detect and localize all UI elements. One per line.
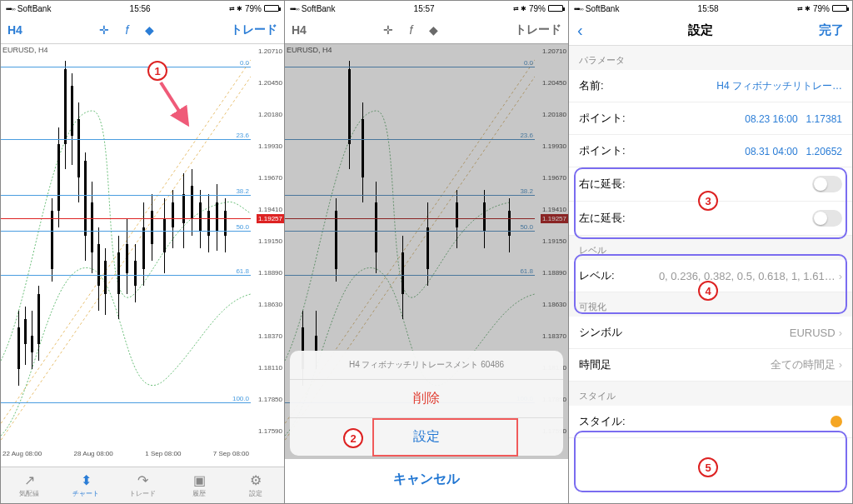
tab-2[interactable]: ↷トレード bbox=[114, 467, 171, 503]
chevron-right-icon: › bbox=[839, 270, 842, 282]
status-bar: SoftBank 15:58 ⇄ ✱79% bbox=[569, 1, 852, 16]
nav-bar: ‹ 設定 完了 bbox=[569, 16, 852, 46]
section-levels: レベル bbox=[569, 236, 852, 260]
symbol-row[interactable]: シンボル EURUSD› bbox=[569, 317, 852, 349]
status-bar: SoftBank 15:57 ⇄ ✱79% bbox=[285, 1, 568, 16]
tab-icon: ↷ bbox=[137, 472, 148, 488]
arrow-icon bbox=[159, 81, 192, 131]
chart-topbar: H4 ✛ f ◆ トレード bbox=[1, 16, 284, 44]
tab-icon: ▣ bbox=[193, 472, 206, 488]
tab-icon: ↗ bbox=[24, 472, 35, 488]
done-button[interactable]: 完了 bbox=[819, 22, 844, 38]
section-style: スタイル bbox=[569, 382, 852, 406]
chart-canvas[interactable]: EURUSD, H4 bbox=[1, 44, 284, 459]
extend-left-toggle[interactable] bbox=[812, 210, 842, 227]
function-icon[interactable]: f bbox=[126, 23, 129, 37]
tab-icon: ⚙ bbox=[250, 472, 262, 488]
point1-row[interactable]: ポイント: 08.23 16:001.17381 bbox=[569, 102, 852, 135]
tab-label: 設定 bbox=[249, 489, 262, 498]
tab-1[interactable]: ⬍チャート bbox=[57, 467, 114, 503]
annotation-2: 2 bbox=[343, 428, 363, 448]
delete-button[interactable]: 削除 bbox=[290, 380, 563, 418]
price-line bbox=[1, 218, 251, 219]
color-swatch-icon bbox=[831, 416, 842, 427]
tab-label: チャート bbox=[72, 489, 99, 498]
panel-chart-1: SoftBank 15:56 ⇄ ✱79% H4 ✛ f ◆ トレード EURU… bbox=[1, 1, 285, 503]
actionsheet-title: H4 フィボナッチリトレースメント 60486 bbox=[290, 351, 563, 380]
y-axis: 1.207101.204501.201801.199301.196701.194… bbox=[251, 44, 284, 459]
point2-row[interactable]: ポイント: 08.31 04:001.20652 bbox=[569, 135, 852, 167]
style-row[interactable]: スタイル: bbox=[569, 406, 852, 438]
cancel-button[interactable]: キャンセル bbox=[290, 461, 563, 498]
pair-label: EURUSD, H4 bbox=[2, 46, 48, 54]
panel-settings: SoftBank 15:58 ⇄ ✱79% ‹ 設定 完了 パラメータ 名前: … bbox=[569, 1, 852, 503]
tab-4[interactable]: ⚙設定 bbox=[227, 467, 284, 503]
section-params: パラメータ bbox=[569, 46, 852, 70]
crosshair-icon[interactable]: ✛ bbox=[99, 23, 109, 37]
extend-right-toggle[interactable] bbox=[812, 176, 842, 192]
tab-label: 履歴 bbox=[192, 489, 206, 498]
chart-topbar: H4 ✛f◆ トレード bbox=[285, 16, 568, 44]
status-bar: SoftBank 15:56 ⇄ ✱79% bbox=[1, 1, 284, 16]
settings-button[interactable]: 設定 bbox=[290, 418, 563, 456]
annotation-4: 4 bbox=[698, 281, 718, 301]
action-sheet: H4 フィボナッチリトレースメント 60486 削除 設定 キャンセル bbox=[290, 351, 563, 498]
tab-icon: ⬍ bbox=[81, 472, 92, 488]
panel-chart-2: SoftBank 15:57 ⇄ ✱79% H4 ✛f◆ トレード EURUSD… bbox=[285, 1, 569, 503]
annotation-5: 5 bbox=[698, 457, 718, 477]
timeframe-button[interactable]: H4 bbox=[7, 23, 22, 37]
x-axis: 22 Aug 08:0028 Aug 08:001 Sep 08:007 Sep… bbox=[1, 450, 251, 457]
tab-0[interactable]: ↗気配値 bbox=[1, 467, 57, 503]
annotation-1: 1 bbox=[147, 61, 167, 81]
chevron-right-icon: › bbox=[839, 358, 842, 371]
svg-line-0 bbox=[161, 82, 187, 124]
annotation-3: 3 bbox=[698, 191, 718, 211]
tab-bar: ↗気配値⬍チャート↷トレード▣履歴⚙設定 bbox=[1, 467, 284, 503]
trade-button[interactable]: トレード bbox=[231, 22, 277, 37]
chevron-right-icon: › bbox=[839, 327, 842, 339]
back-button[interactable]: ‹ bbox=[577, 21, 583, 40]
object-icon[interactable]: ◆ bbox=[145, 23, 154, 37]
timeframe-row[interactable]: 時間足 全ての時間足› bbox=[569, 349, 852, 382]
tab-label: 気配値 bbox=[19, 489, 39, 498]
nav-title: 設定 bbox=[688, 22, 713, 38]
tab-3[interactable]: ▣履歴 bbox=[171, 467, 227, 503]
name-row[interactable]: 名前: H4 フィボナッチリトレー… bbox=[569, 70, 852, 102]
tab-label: トレード bbox=[129, 489, 156, 498]
